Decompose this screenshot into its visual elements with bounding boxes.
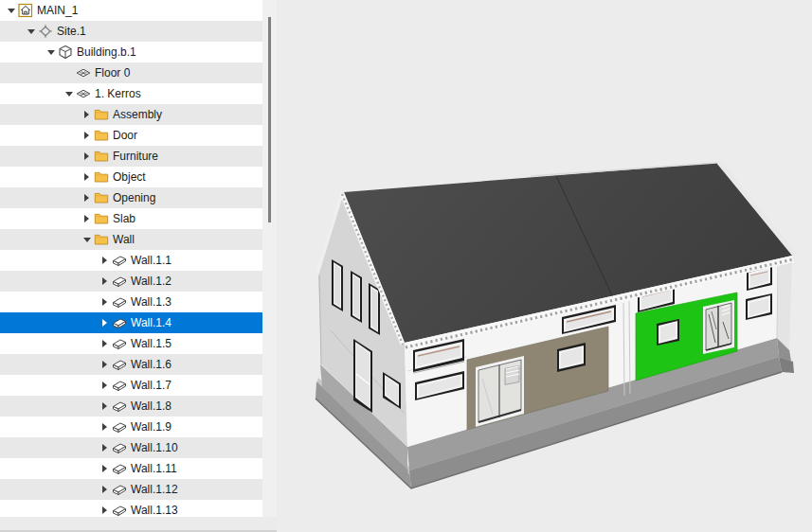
expand-arrow-icon[interactable] [81,215,93,222]
wall-icon [112,357,127,372]
wall-icon [112,461,127,476]
ifc-viewer-window: MAIN_1Site.1Building.b.1Floor 01. Kerros… [0,0,812,532]
folder-icon [94,149,109,164]
wall-icon [112,253,127,268]
tree-item-wall-1-8[interactable]: Wall.1.8 [0,396,262,417]
tree-item-wall-1-9[interactable]: Wall.1.9 [0,417,262,437]
tree-item-site-1[interactable]: Site.1 [0,21,262,42]
wall-icon [112,378,127,393]
tree-item-wall-1-11[interactable]: Wall.1.11 [0,458,262,479]
tree-item-label: Building.b.1 [77,45,136,59]
tree-item-label: Wall.1.7 [131,379,171,392]
wall-icon [112,294,127,310]
collapse-arrow-icon[interactable] [81,238,93,242]
folder-icon [94,149,109,164]
tree-horizontal-scrollbar-track[interactable] [0,517,277,532]
storey-icon [76,65,91,80]
tree-item-wall-1-6[interactable]: Wall.1.6 [0,354,262,375]
wall-icon [112,378,127,393]
collapse-arrow-icon[interactable] [25,29,37,34]
expand-arrow-icon[interactable] [81,173,93,181]
expand-arrow-icon[interactable] [99,361,111,368]
tree-item-opening[interactable]: Opening [0,187,262,208]
tree-item-object[interactable]: Object [0,167,262,187]
tree-item-wall-1-7[interactable]: Wall.1.7 [0,375,262,396]
project-house-icon [18,3,33,18]
expand-arrow-icon[interactable] [99,444,111,452]
expand-arrow-icon[interactable] [99,506,111,514]
folder-icon [94,211,109,226]
storey-icon [76,65,91,80]
expand-arrow-icon[interactable] [99,465,111,472]
project-icon [18,3,33,18]
tree-item-wall-1-1[interactable]: Wall.1.1 [0,250,262,271]
collapse-arrow-icon[interactable] [5,9,17,13]
tree-item-label: Slab [113,212,135,225]
tree-item-slab[interactable]: Slab [0,208,262,229]
3d-viewport[interactable] [277,0,812,532]
expand-arrow-icon[interactable] [81,132,93,139]
expand-arrow-icon[interactable] [99,381,111,389]
tree-item-assembly[interactable]: Assembly [0,104,262,125]
tree-item-wall-1-5[interactable]: Wall.1.5 [0,333,262,354]
tree-item-floor-0[interactable]: Floor 0 [0,62,262,83]
tree-scrollbar-thumb[interactable] [268,17,271,222]
tree-item-wall-1-10[interactable]: Wall.1.10 [0,437,262,458]
expand-arrow-icon[interactable] [99,423,111,431]
folder-icon [94,169,109,185]
tree-item-1-kerros[interactable]: 1. Kerros [0,83,262,104]
tree-item-label: Wall.1.10 [131,441,178,454]
green-panel-door[interactable] [703,300,734,354]
right-end-wall[interactable] [777,257,792,350]
site-icon [38,24,53,39]
tree-item-furniture[interactable]: Furniture [0,146,262,167]
expand-arrow-icon[interactable] [99,340,111,347]
tree-item-label: 1. Kerros [95,87,141,100]
tree-item-wall-1-12[interactable]: Wall.1.12 [0,479,262,500]
tree-item-wall-1-3[interactable]: Wall.1.3 [0,292,262,312]
expand-arrow-icon[interactable] [99,277,111,285]
wall-icon [112,336,127,351]
tree-item-building-b-1[interactable]: Building.b.1 [0,42,262,62]
tree-item-wall[interactable]: Wall [0,229,262,250]
tree-item-label: Site.1 [57,25,86,38]
folder-icon [94,107,109,122]
tree-item-label: Wall.1.5 [131,337,171,350]
tree-item-label: Wall.1.11 [131,462,177,475]
expand-arrow-icon[interactable] [99,402,111,410]
expand-arrow-icon[interactable] [99,486,111,493]
wall-icon [112,482,127,497]
expand-arrow-icon[interactable] [81,111,93,118]
expand-arrow-icon[interactable] [99,257,111,264]
expand-arrow-icon[interactable] [81,152,93,160]
wall-icon [112,274,127,289]
tree-item-label: Wall.1.2 [131,275,171,288]
expand-arrow-icon[interactable] [81,194,93,202]
storey-icon [76,86,91,101]
building-model[interactable] [275,0,812,532]
folder-icon [94,190,109,205]
wall-icon [112,503,127,518]
wall-icon [112,419,127,434]
wall-icon [112,440,127,455]
expand-arrow-icon[interactable] [99,319,111,327]
collapse-arrow-icon[interactable] [45,50,57,55]
tree-item-main-1[interactable]: MAIN_1 [0,0,262,21]
folder-icon [94,128,109,143]
tree-item-label: Wall.1.6 [131,358,171,371]
expand-arrow-icon[interactable] [99,298,111,306]
folder-icon [94,232,109,247]
tree-item-wall-1-2[interactable]: Wall.1.2 [0,271,262,292]
tree-item-label: Wall.1.1 [131,254,171,267]
tree-item-label: Wall.1.4 [131,316,171,329]
tree-item-label: Wall.1.3 [131,295,171,309]
wall-icon [112,274,127,289]
wall-icon [112,399,127,414]
tree-item-label: Opening [113,191,155,204]
tree-item-label: Wall.1.12 [131,483,178,496]
folder-icon [94,169,109,185]
collapse-arrow-icon[interactable] [63,92,75,97]
tree-item-door[interactable]: Door [0,125,262,146]
tree-item-wall-1-4[interactable]: Wall.1.4 [0,312,262,333]
building-icon [58,44,73,60]
